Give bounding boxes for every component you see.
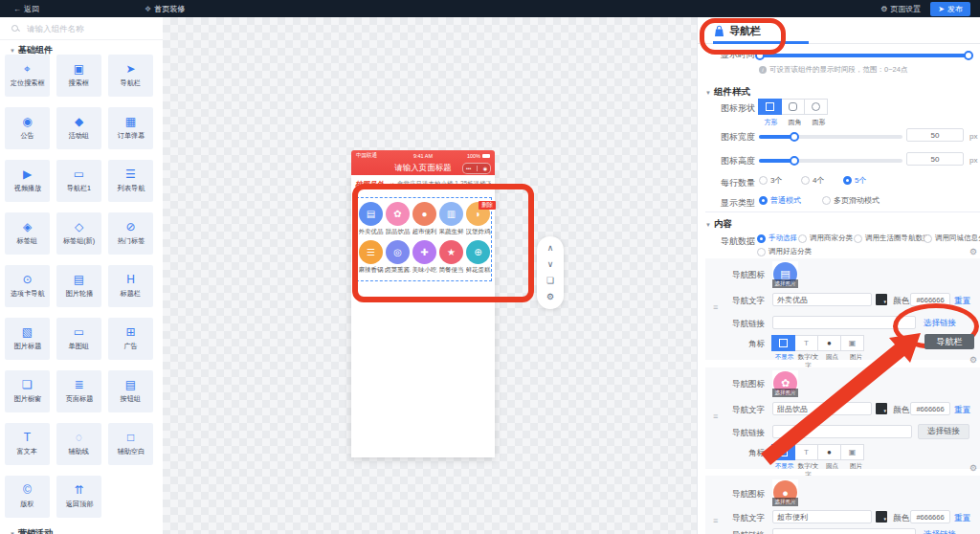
sidebar-component-7[interactable]: ▭导航栏1	[56, 160, 101, 202]
capsule-close-icon[interactable]: ◉	[483, 166, 487, 171]
sidebar-component-5[interactable]: ▦订单弹幕	[108, 107, 153, 149]
icon-width-input[interactable]	[906, 128, 964, 142]
sidebar-component-15[interactable]: ▧图片标题	[5, 318, 50, 360]
nav-data-lifecircle-radio[interactable]: 调用生活圈导航数据	[854, 234, 930, 243]
display-multipage-radio[interactable]: 多页滑动模式	[822, 195, 880, 206]
icon-height-slider[interactable]	[759, 159, 902, 163]
per-row-3-radio[interactable]: 3个	[759, 175, 782, 186]
choose-image-overlay[interactable]: 选择图片	[772, 279, 798, 288]
per-row-4-radio[interactable]: 4个	[801, 175, 824, 186]
sidebar-component-3[interactable]: ◉公告	[5, 107, 50, 149]
card-gear-icon[interactable]: ⚙	[969, 355, 977, 365]
sidebar-component-8[interactable]: ☰列表导航	[108, 160, 153, 202]
icon-width-slider[interactable]	[759, 135, 902, 139]
shape-square-option[interactable]	[758, 99, 782, 115]
sidebar-component-25[interactable]: ⇈返回顶部	[56, 476, 101, 518]
sidebar-component-2[interactable]: ➤导航栏	[108, 55, 153, 97]
shape-circle-option[interactable]	[804, 99, 828, 115]
badge-image-option[interactable]: ▣	[840, 444, 864, 460]
more-dots-icon[interactable]: •••	[466, 166, 471, 171]
shape-rounded-option[interactable]	[781, 99, 805, 115]
reset-button[interactable]: 重置	[954, 513, 970, 524]
badge-dot-option[interactable]: ●	[817, 444, 841, 460]
sidebar-component-23[interactable]: □辅助空白	[108, 423, 153, 465]
sidebar-component-6[interactable]: ▶视频播放	[5, 160, 50, 202]
card-gear-icon[interactable]: ⚙	[969, 463, 977, 473]
range-knob-start[interactable]	[755, 51, 765, 60]
color-swatch[interactable]	[876, 403, 887, 414]
delete-component-chip[interactable]: 删除	[479, 201, 496, 210]
section-marketing-components[interactable]: ▼营销活动	[10, 527, 53, 534]
card-gear-icon[interactable]: ⚙	[969, 247, 977, 256]
sidebar-component-0[interactable]: ⌖定位搜索框	[5, 55, 50, 97]
sidebar-component-24[interactable]: ©版权	[5, 476, 50, 518]
color-swatch[interactable]	[876, 294, 887, 305]
sidebar-component-21[interactable]: T富文本	[5, 423, 50, 465]
page-settings-button[interactable]: ⚙页面设置	[880, 4, 921, 14]
nav-icon-picker[interactable]: ▤ 选择图片	[772, 261, 798, 288]
search-input[interactable]	[25, 23, 144, 34]
phone-nav-item-8[interactable]: ★简餐便当	[438, 240, 464, 275]
badge-none-option[interactable]	[771, 335, 795, 351]
sidebar-component-18[interactable]: ❏图片橱窗	[5, 370, 50, 412]
color-hex-input[interactable]	[910, 402, 950, 415]
sidebar-component-11[interactable]: ⊘热门标签	[108, 212, 153, 255]
sidebar-component-13[interactable]: ▤图片轮播	[56, 265, 101, 307]
phone-nav-item-0[interactable]: ▤外卖优品	[358, 202, 384, 236]
phone-nav-item-9[interactable]: ⊕鲜花蛋糕	[465, 240, 491, 275]
icon-height-input[interactable]	[906, 152, 964, 166]
choose-image-overlay[interactable]: 选择图片	[772, 389, 798, 397]
badge-dot-option[interactable]: ●	[817, 335, 841, 351]
section-content[interactable]: ▼内容	[705, 218, 732, 231]
nav-icon-picker[interactable]: ✿ 选择图片	[772, 370, 798, 397]
phone-nav-item-1[interactable]: ✿甜品饮品	[385, 202, 411, 236]
copy-icon[interactable]: ❏	[546, 277, 554, 285]
phone-nav-item-2[interactable]: ●超市便利	[412, 202, 437, 236]
badge-image-option[interactable]: ▣	[840, 335, 864, 351]
move-down-icon[interactable]: ∨	[547, 260, 554, 269]
choose-image-overlay[interactable]: 选择图片	[772, 498, 798, 506]
color-hex-input[interactable]	[910, 510, 950, 523]
nav-data-manual-radio[interactable]: 手动选择	[757, 234, 797, 243]
back-button[interactable]: ←返回	[13, 4, 39, 14]
nav-data-goodshop-radio[interactable]: 调用好店分类	[757, 247, 812, 256]
choose-link-button[interactable]: 选择链接	[918, 424, 969, 439]
notice-bar-component[interactable]: 校园号外 ◄) 食堂店只送本校小楼 1-25栋送楼下	[355, 178, 491, 190]
sidebar-component-16[interactable]: ▭单图组	[56, 318, 101, 360]
choose-link-button[interactable]: 选择链接	[924, 529, 956, 534]
sidebar-component-1[interactable]: ▣搜索框	[56, 55, 101, 97]
nav-link-input[interactable]	[772, 425, 912, 438]
per-row-5-radio[interactable]: 5个	[843, 175, 866, 186]
nav-text-input[interactable]	[772, 510, 872, 523]
display-normal-radio[interactable]: 普通模式	[759, 195, 801, 206]
nav-text-input[interactable]	[772, 402, 872, 415]
sidebar-component-14[interactable]: H标题栏	[108, 265, 153, 307]
choose-link-button[interactable]: 选择链接	[924, 318, 956, 329]
nav-text-input[interactable]	[772, 293, 872, 306]
color-swatch[interactable]	[876, 511, 887, 523]
slider-knob[interactable]	[790, 132, 799, 142]
color-hex-input[interactable]	[910, 293, 950, 306]
phone-nav-item-3[interactable]: ▥果蔬生鲜	[438, 202, 464, 236]
sidebar-component-9[interactable]: ◈标签组	[5, 212, 50, 255]
nav-link-input[interactable]	[772, 316, 916, 329]
badge-text-option[interactable]: T	[794, 335, 818, 351]
phone-nav-item-5[interactable]: ☰麻辣香锅	[358, 240, 384, 275]
sidebar-component-20[interactable]: ▤按钮组	[108, 370, 153, 412]
sidebar-component-4[interactable]: ◆活动组	[56, 107, 101, 149]
sidebar-component-17[interactable]: ⊞广告	[108, 318, 153, 360]
section-component-style[interactable]: ▼组件样式	[705, 86, 750, 99]
move-up-icon[interactable]: ∧	[547, 244, 554, 253]
reset-button[interactable]: 重置	[954, 296, 970, 307]
nav-icon-picker[interactable]: ● 选择图片	[772, 479, 798, 506]
phone-nav-item-7[interactable]: ✚美味小吃	[412, 240, 437, 275]
nav-data-cityinfo-radio[interactable]: 调用同城信息分类	[924, 234, 980, 243]
sidebar-component-10[interactable]: ◇标签组(新)	[56, 212, 101, 255]
badge-text-option[interactable]: T	[794, 444, 818, 460]
phone-nav-item-6[interactable]: ◎卤菜熏酱...	[385, 240, 411, 275]
settings-gear-icon[interactable]: ⚙	[546, 293, 554, 301]
sidebar-component-22[interactable]: ◌辅助线	[56, 423, 101, 465]
range-knob-end[interactable]	[964, 51, 973, 60]
display-time-range-slider[interactable]	[759, 54, 969, 57]
badge-none-option[interactable]	[771, 444, 795, 460]
